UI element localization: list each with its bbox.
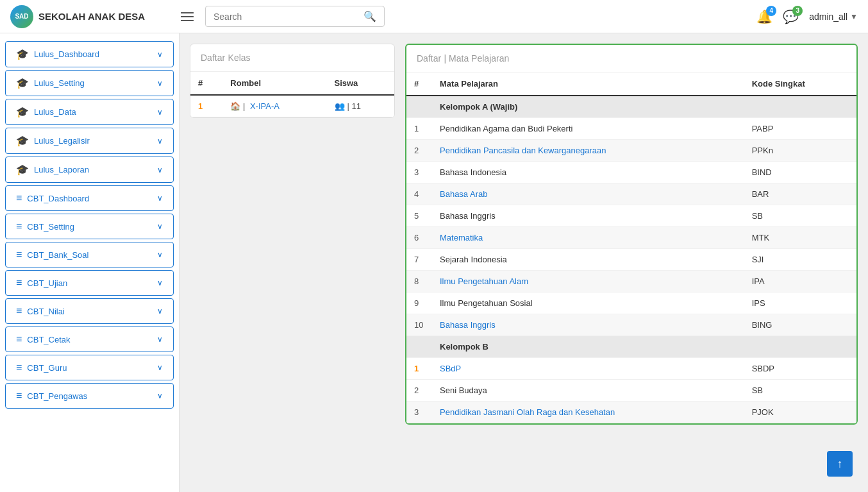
sidebar-item-cbt-setting[interactable]: ≡ CBT_Setting ∨ <box>5 214 174 239</box>
table-row: 1 🏠 | X-IPA-A 👥 | 11 <box>190 95 394 117</box>
sidebar-item-lulus-laporan[interactable]: 🎓 Lulus_Laporan ∨ <box>5 157 174 183</box>
table-row: 9 Ilmu Pengetahuan Sosial IPS <box>406 293 856 314</box>
sidebar-label-cbt-bank-soal: CBT_Bank_Soal <box>27 250 88 260</box>
kelas-table-header: # Rombel Siswa <box>190 72 394 95</box>
mapel-name[interactable]: Pendidikan Jasmani Olah Raga dan Kesehat… <box>432 402 744 423</box>
layout: 🎓 Lulus_Dashboard ∨ 🎓 Lulus_Setting ∨ 🎓 … <box>0 33 868 492</box>
mapel-name[interactable]: Matematika <box>432 227 744 249</box>
table-row: 7 Sejarah Indonesia SJI <box>406 249 856 271</box>
mapel-table-header: # Mata Pelajaran Kode Singkat <box>406 72 856 96</box>
sidebar-icon-cbt-pengawas: ≡ <box>16 390 22 402</box>
mapel-num: 10 <box>406 314 432 336</box>
logo-icon: SAD <box>10 5 33 28</box>
sidebar-item-cbt-ujian[interactable]: ≡ CBT_Ujian ∨ <box>5 270 174 296</box>
notification-badge: 4 <box>766 6 776 16</box>
sidebar-item-cbt-cetak[interactable]: ≡ CBT_Cetak ∨ <box>5 327 174 352</box>
mapel-num: 2 <box>406 380 432 402</box>
mapel-code: PJOK <box>744 402 856 423</box>
chevron-icon-cbt-guru: ∨ <box>157 363 163 372</box>
sidebar-icon-lulus-setting: 🎓 <box>16 77 29 89</box>
kelas-rombel[interactable]: 🏠 | X-IPA-A <box>222 95 326 117</box>
search-icon: 🔍 <box>363 10 376 22</box>
group-name: Kelompok B <box>432 336 856 358</box>
sidebar-icon-cbt-guru: ≡ <box>16 362 22 373</box>
mapel-num: 5 <box>406 205 432 227</box>
mapel-num: 3 <box>406 162 432 183</box>
table-row: 4 Bahasa Arab BAR <box>406 183 856 205</box>
sidebar: 🎓 Lulus_Dashboard ∨ 🎓 Lulus_Setting ∨ 🎓 … <box>0 33 179 492</box>
sidebar-item-cbt-dashboard[interactable]: ≡ CBT_Dashboard ∨ <box>5 185 174 211</box>
sidebar-item-lulus-data[interactable]: 🎓 Lulus_Data ∨ <box>5 99 174 125</box>
header-right: 🔔 4 💬 3 admin_all ▼ <box>756 9 858 24</box>
mapel-group-header: Kelompok A (Wajib) <box>406 96 856 118</box>
sidebar-icon-cbt-cetak: ≡ <box>16 334 22 345</box>
scroll-up-button[interactable]: ↑ <box>827 451 853 477</box>
chevron-icon-cbt-cetak: ∨ <box>157 335 163 344</box>
table-row: 3 Pendidikan Jasmani Olah Raga dan Keseh… <box>406 402 856 423</box>
table-row: 1 SBdP SBDP <box>406 358 856 380</box>
sidebar-item-cbt-pengawas[interactable]: ≡ CBT_Pengawas ∨ <box>5 383 174 409</box>
kelas-col-siswa: Siswa <box>327 72 395 95</box>
sidebar-label-cbt-ujian: CBT_Ujian <box>27 278 67 288</box>
search-input[interactable] <box>213 12 363 22</box>
mapel-num: 8 <box>406 271 432 293</box>
daftar-mapel-header: Daftar | Mata Pelajaran <box>406 45 856 72</box>
mapel-name[interactable]: Bahasa Arab <box>432 183 744 205</box>
mapel-code: IPS <box>744 293 856 314</box>
daftar-kelas-panel: Daftar Kelas # Rombel Siswa 1 🏠 | X-IPA-… <box>190 44 395 118</box>
sidebar-label-cbt-pengawas: CBT_Pengawas <box>27 391 87 401</box>
chevron-down-icon: ▼ <box>850 12 858 21</box>
mapel-group-header: Kelompok B <box>406 336 856 358</box>
sidebar-item-cbt-bank-soal[interactable]: ≡ CBT_Bank_Soal ∨ <box>5 242 174 267</box>
mapel-num: 9 <box>406 293 432 314</box>
notification-button[interactable]: 🔔 4 <box>756 9 772 24</box>
mapel-col-code: Kode Singkat <box>744 72 856 96</box>
mapel-name: Bahasa Indonesia <box>432 162 744 183</box>
mapel-num: 1 <box>406 358 432 380</box>
mapel-num: 7 <box>406 249 432 271</box>
sidebar-item-cbt-guru[interactable]: ≡ CBT_Guru ∨ <box>5 355 174 380</box>
chevron-icon-lulus-data: ∨ <box>157 108 163 117</box>
sidebar-icon-lulus-dashboard: 🎓 <box>16 48 29 60</box>
sidebar-icon-cbt-nilai: ≡ <box>16 305 22 317</box>
sidebar-item-lulus-dashboard[interactable]: 🎓 Lulus_Dashboard ∨ <box>5 41 174 67</box>
hamburger-button[interactable] <box>177 8 197 25</box>
kelas-num: 1 <box>190 95 222 117</box>
sidebar-item-cbt-nilai[interactable]: ≡ CBT_Nilai ∨ <box>5 298 174 324</box>
chevron-icon-lulus-legalisir: ∨ <box>157 137 163 146</box>
user-dropdown[interactable]: admin_all ▼ <box>809 12 858 22</box>
sidebar-icon-lulus-laporan: 🎓 <box>16 164 29 176</box>
mapel-code: PPKn <box>744 140 856 162</box>
mapel-name[interactable]: SBdP <box>432 358 744 380</box>
kelas-col-rombel: Rombel <box>222 72 326 95</box>
sidebar-label-cbt-setting: CBT_Setting <box>27 222 74 232</box>
group-name: Kelompok A (Wajib) <box>432 96 856 118</box>
mapel-code: IPA <box>744 271 856 293</box>
sidebar-icon-lulus-data: 🎓 <box>16 106 29 118</box>
mapel-code: BING <box>744 314 856 336</box>
chevron-icon-cbt-nilai: ∨ <box>157 307 163 316</box>
search-bar: 🔍 <box>205 6 385 27</box>
sidebar-label-cbt-guru: CBT_Guru <box>27 363 67 373</box>
mapel-name[interactable]: Ilmu Pengetahuan Alam <box>432 271 744 293</box>
message-button[interactable]: 💬 3 <box>783 9 799 24</box>
mapel-num: 2 <box>406 140 432 162</box>
chevron-icon-lulus-laporan: ∨ <box>157 165 163 174</box>
mapel-name[interactable]: Pendidikan Pancasila dan Kewarganegaraan <box>432 140 744 162</box>
sidebar-label-lulus-laporan: Lulus_Laporan <box>34 165 89 174</box>
sidebar-item-lulus-legalisir[interactable]: 🎓 Lulus_Legalisir ∨ <box>5 128 174 154</box>
table-row: 2 Seni Budaya SB <box>406 380 856 402</box>
mapel-name: Pendidikan Agama dan Budi Pekerti <box>432 118 744 140</box>
sidebar-item-lulus-setting[interactable]: 🎓 Lulus_Setting ∨ <box>5 70 174 96</box>
mapel-code: BAR <box>744 183 856 205</box>
mapel-num: 3 <box>406 402 432 423</box>
table-row: 6 Matematika MTK <box>406 227 856 249</box>
daftar-kelas-header: Daftar Kelas <box>190 44 394 72</box>
user-label: admin_all <box>809 12 847 22</box>
sidebar-label-lulus-legalisir: Lulus_Legalisir <box>34 136 90 146</box>
mapel-name[interactable]: Bahasa Inggris <box>432 314 744 336</box>
table-row: 5 Bahasa Inggris SB <box>406 205 856 227</box>
header: SAD SEKOLAH ANAK DESA 🔍 🔔 4 💬 3 admin_al… <box>0 0 868 33</box>
sidebar-label-lulus-setting: Lulus_Setting <box>34 78 85 88</box>
sidebar-icon-cbt-setting: ≡ <box>16 221 22 232</box>
